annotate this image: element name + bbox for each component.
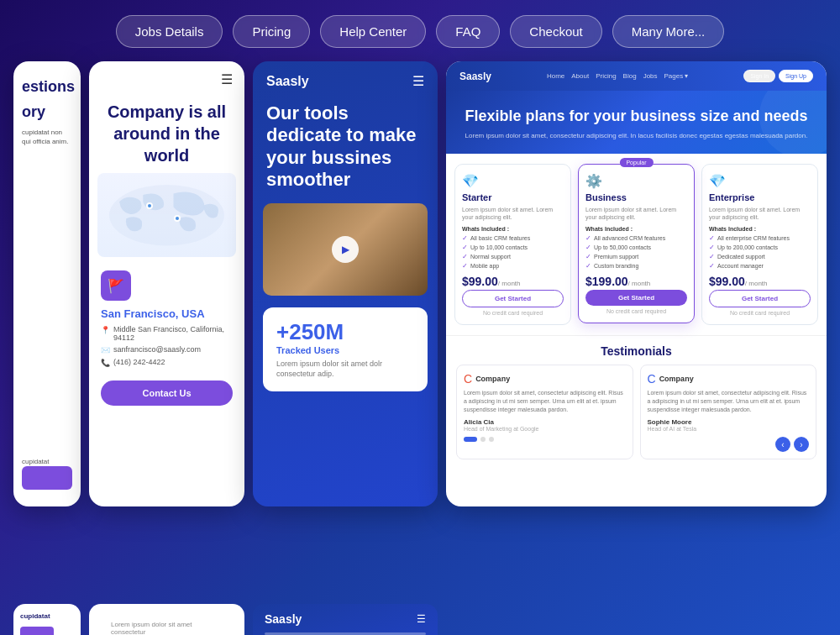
pricing-hero-title: Flexible plans for your business size an… (459, 108, 813, 126)
bottom-saasly-card: Saasly ☰ (253, 604, 438, 635)
bottom-saasly-header: Saasly ☰ (265, 612, 426, 626)
nav-link-blog[interactable]: Blog (623, 72, 637, 80)
starter-desc: Lorem ipsum dolor sit amet. Lorem your a… (462, 206, 564, 221)
company-card-title: Company is all around in the world (89, 87, 244, 173)
next-arrow-button[interactable]: › (794, 437, 809, 452)
nav-pill-help-center[interactable]: Help Center (320, 15, 426, 48)
starter-no-card: No credit card required (462, 310, 564, 316)
testimonial-1-dots (464, 437, 626, 442)
pricing-nav-logo: Saasly (459, 71, 491, 82)
bottom-card-row: cupidatat Lorem ipsum dolor sit amet con… (0, 596, 840, 635)
enterprise-name: Enterprise (709, 192, 811, 202)
business-feature-4: ✓Custom branding (585, 262, 687, 270)
left-card-title2: ory (22, 103, 72, 122)
testimonial-2-role: Head of AI at Tesla (648, 426, 810, 432)
saasly-mobile-card: Saasly ☰ Our tools dedicate to make your… (253, 61, 438, 506)
saasly-header: Saasly ☰ (253, 61, 438, 89)
sign-in-button[interactable]: Sign In (743, 70, 775, 82)
play-button[interactable]: ▶ (332, 236, 359, 263)
pricing-nav-actions: Sign In Sign Up (743, 70, 813, 82)
testimonial-1-company: C Company (464, 372, 626, 386)
saasly-logo: Saasly (266, 74, 309, 89)
dot-1-2 (480, 437, 486, 442)
saasly-stats-card: +250M Tracked Users Lorem ipsum dolor si… (263, 307, 428, 391)
nav-pill-jobs-details[interactable]: Jobs Details (116, 15, 223, 48)
nav-pill-many-more[interactable]: Many More... (612, 15, 725, 48)
nav-link-home[interactable]: Home (547, 72, 564, 80)
starter-feature-1: ✓All basic CRM features (462, 234, 564, 242)
starter-cta-button[interactable]: Get Started (462, 290, 564, 307)
nav-link-jobs[interactable]: Jobs (643, 72, 658, 80)
nav-link-pricing[interactable]: Pricing (596, 72, 616, 80)
testimonial-1: C Company Lorem ipsum dolor sit amet, co… (456, 365, 633, 459)
pricing-hero-section: Flexible plans for your business size an… (446, 91, 827, 154)
left-partial-card: estions ory cupidatat non qui officia an… (13, 61, 81, 506)
starter-features-title: Whats Included : (462, 226, 564, 232)
testimonial-2-company: C Company (648, 372, 810, 386)
enterprise-icon: 💎 (709, 173, 811, 189)
testimonials-grid: C Company Lorem ipsum dolor sit amet, co… (456, 365, 816, 459)
popular-badge: Popular (619, 158, 653, 167)
starter-feature-4: ✓Mobile app (462, 262, 564, 270)
testimonial-1-text: Lorem ipsum dolor sit amet, consectetur … (464, 389, 626, 413)
business-feature-1: ✓All advanced CRM features (585, 234, 687, 242)
company-2-logo-icon: C (648, 372, 656, 386)
enterprise-feature-1: ✓All enterprise CRM features (709, 234, 811, 242)
business-desc: Lorem ipsum dolor sit amet. Lorem your a… (585, 206, 687, 221)
nav-link-pages[interactable]: Pages ▾ (664, 72, 689, 80)
starter-feature-3: ✓Normal support (462, 253, 564, 260)
enterprise-feature-2: ✓Up to 200,000 contacts (709, 244, 811, 251)
nav-link-about[interactable]: About (571, 72, 589, 80)
nav-pill-checkout[interactable]: Checkout (510, 15, 601, 48)
starter-feature-2: ✓Up to 10,000 contacts (462, 244, 564, 251)
company-world-card: ☰ Company is all around in the world 🚩 S… (89, 61, 244, 506)
business-name: Business (585, 192, 687, 202)
hamburger-icon[interactable]: ☰ (221, 71, 233, 87)
testimonial-2-arrows: ‹ › (648, 437, 810, 452)
company-1-name: Company (475, 375, 510, 383)
company-2-name: Company (659, 375, 694, 383)
main-content-area: estions ory cupidatat non qui officia an… (0, 61, 840, 596)
bottom-saasly-hamburger[interactable]: ☰ (417, 613, 426, 625)
enterprise-cta-button[interactable]: Get Started (709, 290, 811, 307)
business-features-title: Whats Included : (585, 226, 687, 232)
nav-pill-pricing[interactable]: Pricing (233, 15, 310, 48)
sign-up-button[interactable]: Sign Up (779, 70, 813, 82)
stats-number: +250M (276, 319, 414, 345)
enterprise-desc: Lorem ipsum dolor sit amet. Lorem your a… (709, 206, 811, 221)
prev-arrow-button[interactable]: ‹ (775, 437, 790, 452)
saasly-video-thumbnail[interactable]: ▶ (263, 203, 428, 296)
company-location: San Francisco, USA (101, 307, 233, 320)
company-info-section: 🚩 San Francisco, USA 📍 Middle San Franci… (89, 257, 244, 406)
nav-pill-faq[interactable]: FAQ (436, 15, 500, 48)
saasly-hamburger-icon[interactable]: ☰ (412, 73, 424, 89)
company-flag-icon: 🚩 (101, 270, 131, 301)
pricing-nav-links: Home About Pricing Blog Jobs Pages ▾ (547, 72, 689, 80)
bottom-left-card: cupidatat (13, 604, 81, 635)
world-map (97, 173, 236, 257)
left-card-bottom-text: cupidatat (22, 457, 72, 466)
location-dot-1 (146, 202, 153, 209)
starter-price: $99.00/ month (462, 275, 564, 288)
enterprise-features-title: Whats Included : (709, 226, 811, 232)
starter-icon: 💎 (462, 173, 564, 189)
starter-name: Starter (462, 192, 564, 202)
business-cta-button[interactable]: Get Started (585, 290, 687, 306)
pricing-navbar: Saasly Home About Pricing Blog Jobs Page… (446, 61, 827, 91)
pricing-hero-subtitle: Lorem ipsum dolor sit amet, consectetur … (459, 131, 813, 140)
bottom-left-title: cupidatat (20, 612, 74, 620)
stats-label: Tracked Users (276, 345, 414, 355)
bottom-saasly-logo: Saasly (265, 612, 302, 626)
bottom-company-card: Lorem ipsum dolor sit amet consectetur (89, 604, 244, 635)
business-feature-2: ✓Up to 50,000 contacts (585, 244, 687, 251)
location-pin-icon: 📍 (101, 326, 110, 334)
contact-us-button[interactable]: Contact Us (101, 380, 233, 406)
company-card-header: ☰ (89, 61, 244, 87)
pricing-tier-enterprise: 💎 Enterprise Lorem ipsum dolor sit amet.… (701, 164, 818, 325)
testimonial-2-author: Sophie Moore (648, 418, 810, 426)
enterprise-feature-4: ✓Account manager (709, 262, 811, 270)
enterprise-feature-3: ✓Dedicated support (709, 253, 811, 260)
business-price: $199.00/ month (585, 275, 687, 288)
testimonials-heading: Testimonials (456, 344, 816, 358)
business-no-card: No credit card required (585, 308, 687, 314)
